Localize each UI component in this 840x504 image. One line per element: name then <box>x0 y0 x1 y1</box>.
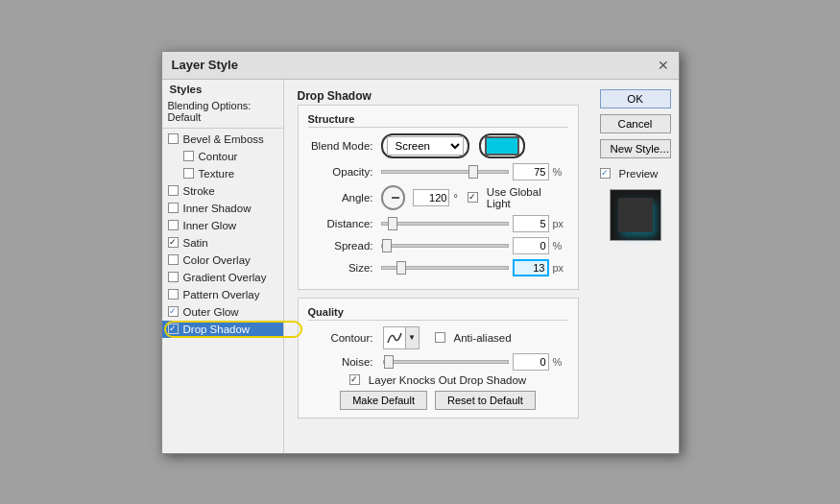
size-input[interactable] <box>513 259 549 276</box>
gradient-overlay-label: Gradient Overlay <box>183 272 267 283</box>
noise-input[interactable] <box>513 353 549 371</box>
noise-row: Noise: % <box>308 353 568 371</box>
spread-slider[interactable] <box>381 244 509 248</box>
size-slider-container: px <box>381 259 568 276</box>
sidebar-item-pattern-overlay[interactable]: Pattern Overlay <box>162 286 283 303</box>
blend-mode-select[interactable]: Screen Normal Multiply Overlay <box>387 136 464 156</box>
spread-slider-container: % <box>381 237 568 254</box>
blend-mode-row: Blend Mode: Screen Normal Multiply Overl… <box>308 133 568 158</box>
layer-knocks-text: Layer Knocks Out Drop Shadow <box>369 374 526 386</box>
dialog-title: Layer Style <box>172 58 238 72</box>
layer-style-dialog: Layer Style ✕ Styles Blending Options: D… <box>161 51 680 454</box>
right-panel: OK Cancel New Style... Preview <box>592 80 679 453</box>
contour-thumb[interactable] <box>383 326 406 349</box>
layer-knocks-row: Layer Knocks Out Drop Shadow <box>308 374 568 386</box>
opacity-slider[interactable] <box>381 170 509 174</box>
sidebar-item-bevel-emboss[interactable]: Bevel & Emboss <box>162 131 283 148</box>
size-slider[interactable] <box>381 266 509 270</box>
sidebar-item-stroke[interactable]: Stroke <box>162 182 283 200</box>
sidebar-item-contour[interactable]: Contour <box>162 148 283 165</box>
sidebar-item-satin[interactable]: Satin <box>162 234 283 252</box>
sidebar-item-outer-glow[interactable]: Outer Glow <box>162 303 283 321</box>
sidebar-item-blending-options[interactable]: Blending Options: Default <box>162 97 283 126</box>
ok-button[interactable]: OK <box>600 89 671 108</box>
size-label: Size: <box>308 262 373 274</box>
distance-row: Distance: px <box>308 215 568 232</box>
color-overlay-label: Color Overlay <box>183 254 251 266</box>
contour-label: Contour <box>199 151 238 162</box>
noise-slider-container: % <box>383 353 568 371</box>
layer-knocks-checkbox[interactable] <box>349 374 360 385</box>
gradient-overlay-checkbox[interactable] <box>168 272 179 282</box>
spread-label: Spread: <box>308 240 373 252</box>
close-button[interactable]: ✕ <box>658 58 669 73</box>
size-row: Size: px <box>308 259 568 276</box>
distance-slider[interactable] <box>381 222 509 226</box>
color-swatch[interactable] <box>485 136 519 156</box>
contour-label: Contour: <box>308 332 373 344</box>
opacity-label: Opacity: <box>308 166 373 178</box>
bottom-buttons-row: Make Default Reset to Default <box>308 391 568 410</box>
stroke-label: Stroke <box>183 185 215 197</box>
preview-label[interactable]: Preview <box>600 168 671 180</box>
sidebar-item-inner-glow[interactable]: Inner Glow <box>162 217 283 234</box>
stroke-checkbox[interactable] <box>168 185 179 196</box>
spread-input[interactable] <box>513 237 549 254</box>
anti-aliased-checkbox[interactable] <box>435 332 445 343</box>
outer-glow-checkbox[interactable] <box>168 306 179 317</box>
contour-icon <box>386 329 403 347</box>
contour-checkbox[interactable] <box>183 151 194 161</box>
structure-title: Structure <box>308 113 568 128</box>
panel-section-title: Drop Shadow <box>298 89 579 103</box>
main-panel: Drop Shadow Structure Blend Mode: Screen… <box>284 80 592 453</box>
use-global-light-label[interactable]: Use Global Light <box>468 186 568 209</box>
angle-row: Angle: ° Use Global Light <box>308 185 568 210</box>
spread-unit: % <box>553 240 568 252</box>
inner-shadow-checkbox[interactable] <box>168 203 179 213</box>
sidebar-styles-header: Styles <box>162 80 283 97</box>
pattern-overlay-checkbox[interactable] <box>168 289 179 300</box>
angle-input[interactable] <box>413 189 449 206</box>
sidebar-item-inner-shadow[interactable]: Inner Shadow <box>162 200 283 217</box>
make-default-button[interactable]: Make Default <box>340 391 427 410</box>
use-global-light-checkbox[interactable] <box>468 192 478 203</box>
contour-dropdown-button[interactable]: ▼ <box>406 326 420 349</box>
angle-dial[interactable] <box>381 185 406 210</box>
inner-glow-label: Inner Glow <box>183 220 237 231</box>
distance-label: Distance: <box>308 218 373 229</box>
sidebar-item-drop-shadow[interactable]: Drop Shadow <box>162 321 283 338</box>
opacity-row: Opacity: % <box>308 163 568 180</box>
preview-inner <box>618 198 653 232</box>
reset-to-default-button[interactable]: Reset to Default <box>435 391 536 410</box>
texture-checkbox[interactable] <box>183 168 194 179</box>
sidebar: Styles Blending Options: Default Bevel &… <box>162 80 284 453</box>
drop-shadow-checkbox[interactable] <box>168 324 179 334</box>
structure-section: Structure Blend Mode: Screen Normal Mult… <box>298 105 579 290</box>
cancel-button[interactable]: Cancel <box>600 114 671 133</box>
inner-glow-checkbox[interactable] <box>168 220 179 230</box>
new-style-button[interactable]: New Style... <box>600 139 671 158</box>
layer-knocks-label[interactable]: Layer Knocks Out Drop Shadow <box>349 374 526 386</box>
distance-unit: px <box>553 218 568 229</box>
color-overlay-checkbox[interactable] <box>168 254 179 265</box>
use-global-light-text: Use Global Light <box>487 186 568 209</box>
bevel-emboss-checkbox[interactable] <box>168 133 179 144</box>
quality-title: Quality <box>308 306 568 321</box>
noise-unit: % <box>553 356 568 368</box>
size-unit: px <box>553 262 568 274</box>
distance-slider-container: px <box>381 215 568 232</box>
satin-label: Satin <box>183 237 208 249</box>
opacity-input[interactable] <box>513 163 549 180</box>
preview-checkbox[interactable] <box>600 168 611 179</box>
opacity-slider-container: % <box>381 163 568 180</box>
anti-aliased-label[interactable]: Anti-aliased <box>435 332 512 344</box>
pattern-overlay-label: Pattern Overlay <box>183 289 260 300</box>
noise-slider[interactable] <box>383 360 509 364</box>
sidebar-item-texture[interactable]: Texture <box>162 165 283 182</box>
sidebar-item-gradient-overlay[interactable]: Gradient Overlay <box>162 269 283 286</box>
sidebar-item-color-overlay[interactable]: Color Overlay <box>162 252 283 269</box>
satin-checkbox[interactable] <box>168 237 179 248</box>
contour-row: Contour: ▼ Anti-aliased <box>308 326 568 349</box>
preview-text: Preview <box>619 168 659 180</box>
distance-input[interactable] <box>513 215 549 232</box>
